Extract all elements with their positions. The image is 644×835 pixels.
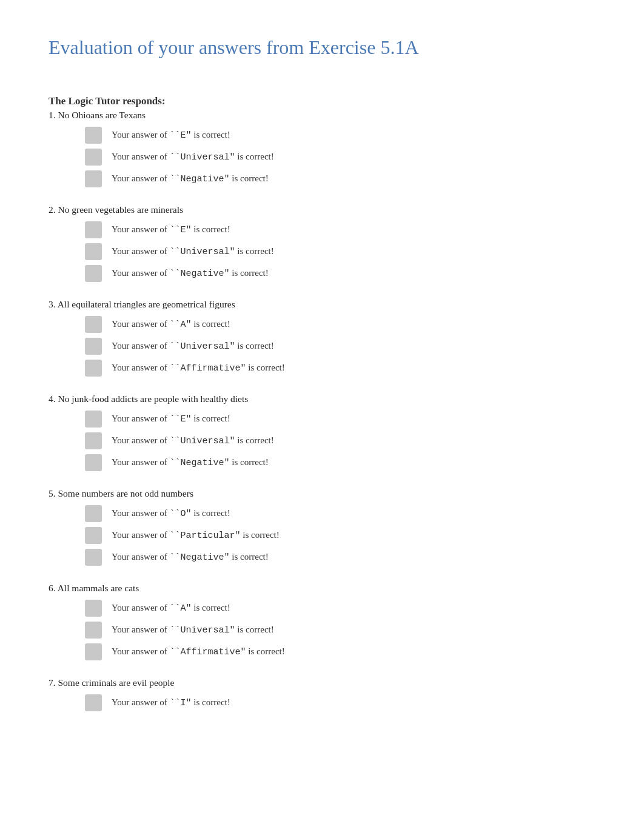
answer-row-1-1: Your answer of ``Universal" is correct! [85,149,595,166]
answer-text: Your answer of ``Particular" is correct! [112,530,280,541]
questions-container: 1. No Ohioans are TexansYour answer of `… [49,110,595,711]
answer-text: Your answer of ``Universal" is correct! [112,246,274,257]
answer-text: Your answer of ``E" is correct! [112,224,230,235]
question-label-2: 2. No green vegetables are minerals [49,204,595,215]
answer-text: Your answer of ``Universal" is correct! [112,625,274,635]
answer-indicator-icon [85,505,102,522]
answer-indicator-icon [85,243,102,260]
question-label-7: 7. Some criminals are evil people [49,677,595,688]
answer-row-5-0: Your answer of ``O" is correct! [85,505,595,522]
answer-indicator-icon [85,622,102,639]
answer-rows-1: Your answer of ``E" is correct!Your answ… [49,127,595,187]
answer-indicator-icon [85,643,102,660]
question-label-1: 1. No Ohioans are Texans [49,110,595,121]
answer-text: Your answer of ``Universal" is correct! [112,435,274,446]
answer-row-4-2: Your answer of ``Negative" is correct! [85,454,595,471]
answer-row-1-2: Your answer of ``Negative" is correct! [85,170,595,187]
answer-text: Your answer of ``I" is correct! [112,697,230,708]
question-block-6: 6. All mammals are catsYour answer of ``… [49,583,595,660]
answer-indicator-icon [85,360,102,377]
answer-rows-6: Your answer of ``A" is correct!Your answ… [49,600,595,660]
tutor-header: The Logic Tutor responds: [49,95,595,107]
answer-indicator-icon [85,338,102,355]
answer-indicator-icon [85,411,102,428]
answer-row-3-1: Your answer of ``Universal" is correct! [85,338,595,355]
answer-text: Your answer of ``Negative" is correct! [112,268,269,279]
answer-rows-4: Your answer of ``E" is correct!Your answ… [49,411,595,471]
answer-indicator-icon [85,694,102,711]
answer-row-6-1: Your answer of ``Universal" is correct! [85,622,595,639]
answer-indicator-icon [85,316,102,333]
answer-text: Your answer of ``E" is correct! [112,130,230,141]
answer-text: Your answer of ``E" is correct! [112,414,230,424]
answer-indicator-icon [85,600,102,617]
answer-row-2-0: Your answer of ``E" is correct! [85,221,595,238]
answer-indicator-icon [85,265,102,282]
answer-indicator-icon [85,170,102,187]
question-label-5: 5. Some numbers are not odd numbers [49,488,595,499]
question-label-4: 4. No junk-food addicts are people with … [49,394,595,404]
answer-row-7-0: Your answer of ``I" is correct! [85,694,595,711]
answer-row-3-0: Your answer of ``A" is correct! [85,316,595,333]
question-block-4: 4. No junk-food addicts are people with … [49,394,595,471]
answer-row-4-1: Your answer of ``Universal" is correct! [85,432,595,449]
answer-indicator-icon [85,127,102,144]
answer-text: Your answer of ``Universal" is correct! [112,341,274,352]
answer-row-6-0: Your answer of ``A" is correct! [85,600,595,617]
question-block-1: 1. No Ohioans are TexansYour answer of `… [49,110,595,187]
question-block-5: 5. Some numbers are not odd numbersYour … [49,488,595,566]
page-title: Evaluation of your answers from Exercise… [49,36,595,65]
answer-indicator-icon [85,527,102,544]
answer-row-2-2: Your answer of ``Negative" is correct! [85,265,595,282]
answer-row-1-0: Your answer of ``E" is correct! [85,127,595,144]
answer-row-6-2: Your answer of ``Affirmative" is correct… [85,643,595,660]
answer-row-2-1: Your answer of ``Universal" is correct! [85,243,595,260]
answer-text: Your answer of ``Affirmative" is correct… [112,646,285,657]
answer-indicator-icon [85,549,102,566]
answer-rows-7: Your answer of ``I" is correct! [49,694,595,711]
answer-text: Your answer of ``Universal" is correct! [112,152,274,163]
answer-text: Your answer of ``Negative" is correct! [112,173,269,184]
answer-rows-3: Your answer of ``A" is correct!Your answ… [49,316,595,377]
question-block-7: 7. Some criminals are evil peopleYour an… [49,677,595,711]
question-block-3: 3. All equilateral triangles are geometr… [49,299,595,377]
answer-row-5-2: Your answer of ``Negative" is correct! [85,549,595,566]
answer-text: Your answer of ``A" is correct! [112,603,230,614]
answer-indicator-icon [85,432,102,449]
answer-rows-2: Your answer of ``E" is correct!Your answ… [49,221,595,282]
question-label-3: 3. All equilateral triangles are geometr… [49,299,595,310]
answer-text: Your answer of ``Negative" is correct! [112,552,269,563]
answer-text: Your answer of ``Affirmative" is correct… [112,363,285,374]
answer-text: Your answer of ``O" is correct! [112,508,230,519]
answer-text: Your answer of ``Negative" is correct! [112,457,269,468]
answer-row-4-0: Your answer of ``E" is correct! [85,411,595,428]
answer-row-5-1: Your answer of ``Particular" is correct! [85,527,595,544]
answer-indicator-icon [85,454,102,471]
answer-indicator-icon [85,149,102,166]
question-block-2: 2. No green vegetables are mineralsYour … [49,204,595,282]
answer-row-3-2: Your answer of ``Affirmative" is correct… [85,360,595,377]
answer-text: Your answer of ``A" is correct! [112,319,230,330]
answer-rows-5: Your answer of ``O" is correct!Your answ… [49,505,595,566]
question-label-6: 6. All mammals are cats [49,583,595,594]
answer-indicator-icon [85,221,102,238]
